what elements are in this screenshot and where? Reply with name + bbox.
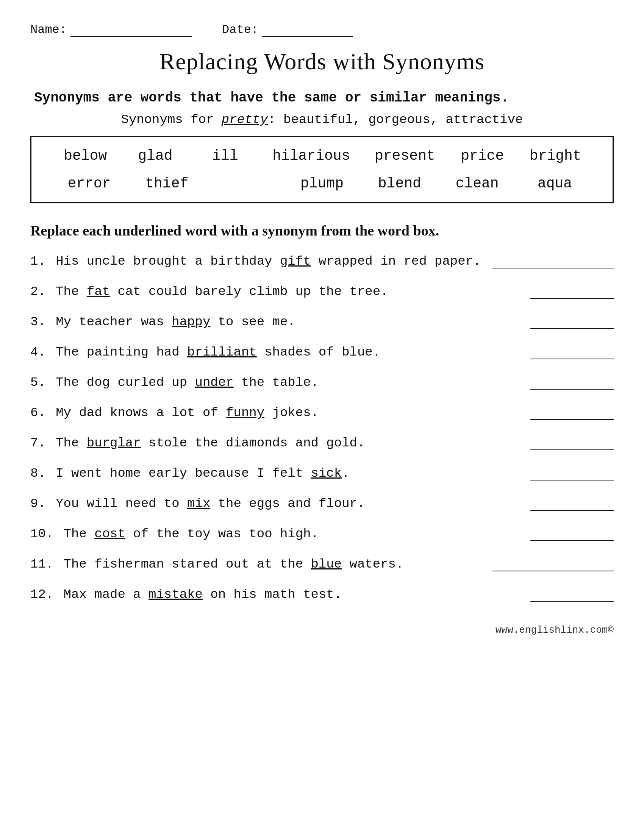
answer-line[interactable] (530, 471, 614, 481)
name-label: Name: (30, 23, 67, 37)
word-item: thief (144, 175, 189, 191)
question-item: 12. Max made a mistake on his math test. (30, 587, 614, 601)
question-item: 7. The burglar stole the diamonds and go… (30, 436, 614, 450)
answer-line[interactable] (530, 380, 614, 390)
answer-line[interactable] (530, 592, 614, 601)
question-text: 3. My teacher was happy to see me. (30, 315, 519, 329)
word-item: plump (299, 175, 345, 191)
instructions: Replace each underlined word with a syno… (30, 222, 614, 239)
answer-line[interactable] (530, 289, 614, 299)
answer-line[interactable] (493, 259, 614, 269)
word-box-row-1: below glad ill hilarious present price b… (50, 148, 594, 164)
question-item: 6. My dad knows a lot of funny jokes. (30, 405, 614, 420)
answer-line[interactable] (530, 531, 614, 541)
question-text: 8. I went home early because I felt sick… (30, 466, 519, 481)
question-item: 2. The fat cat could barely climb up the… (30, 285, 614, 299)
question-item: 3. My teacher was happy to see me. (30, 315, 614, 329)
word-item: clean (455, 175, 500, 191)
question-text: 4. The painting had brilliant shades of … (30, 345, 519, 359)
name-field: Name: (30, 23, 192, 37)
word-item: hilarious (272, 148, 350, 164)
answer-line[interactable] (530, 410, 614, 420)
question-item: 10. The cost of the toy was too high. (30, 527, 614, 541)
date-label: Date: (222, 23, 258, 37)
synonym-example: Synonyms for pretty: beautiful, gorgeous… (30, 113, 614, 127)
name-input-line (71, 26, 192, 37)
word-item (222, 175, 267, 191)
word-item: price (459, 148, 505, 164)
question-text: 1. His uncle brought a birthday gift wra… (30, 254, 481, 269)
question-text: 10. The cost of the toy was too high. (30, 527, 519, 541)
question-text: 11. The fisherman stared out at the blue… (30, 557, 481, 571)
word-item: error (66, 175, 112, 191)
question-text: 9. You will need to mix the eggs and flo… (30, 496, 519, 511)
question-item: 5. The dog curled up under the table. (30, 375, 614, 390)
date-field: Date: (222, 23, 353, 37)
word-box-row-2: error thief plump blend clean aqua (50, 175, 594, 191)
word-item: glad (133, 148, 178, 164)
page-title: Replacing Words with Synonyms (30, 48, 614, 75)
word-item: present (375, 148, 435, 164)
word-item: blend (377, 175, 422, 191)
answer-line[interactable] (530, 349, 614, 359)
question-item: 9. You will need to mix the eggs and flo… (30, 496, 614, 511)
question-list: 1. His uncle brought a birthday gift wra… (30, 254, 614, 601)
definition-heading: Synonyms are words that have the same or… (34, 90, 614, 106)
question-item: 4. The painting had brilliant shades of … (30, 345, 614, 359)
question-item: 8. I went home early because I felt sick… (30, 466, 614, 481)
word-item: ill (203, 148, 248, 164)
question-text: 12. Max made a mistake on his math test. (30, 587, 519, 601)
word-item: bright (530, 148, 581, 164)
answer-line[interactable] (530, 501, 614, 511)
question-item: 11. The fisherman stared out at the blue… (30, 557, 614, 571)
question-text: 5. The dog curled up under the table. (30, 375, 519, 390)
word-item: aqua (532, 175, 577, 191)
answer-line[interactable] (530, 441, 614, 450)
answer-line[interactable] (493, 561, 614, 571)
header: Name: Date: (30, 23, 614, 37)
question-text: 7. The burglar stole the diamonds and go… (30, 436, 519, 450)
footer: www.englishlinx.com© (30, 624, 614, 636)
date-input-line (262, 26, 353, 37)
question-text: 2. The fat cat could barely climb up the… (30, 285, 519, 299)
word-box: below glad ill hilarious present price b… (30, 136, 614, 203)
question-text: 6. My dad knows a lot of funny jokes. (30, 405, 519, 420)
answer-line[interactable] (530, 319, 614, 329)
question-item: 1. His uncle brought a birthday gift wra… (30, 254, 614, 269)
word-item: below (63, 148, 108, 164)
